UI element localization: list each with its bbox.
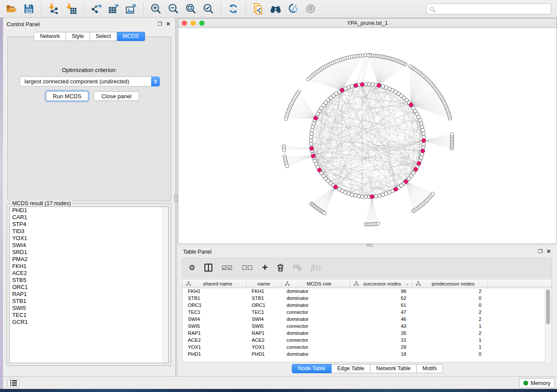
memory-button[interactable]: Memory: [519, 378, 555, 388]
mcds-result-item[interactable]: RAP1: [10, 291, 168, 298]
cell-predecessor-nodes[interactable]: 2: [412, 309, 488, 316]
mcds-result-item[interactable]: ACE2: [10, 270, 168, 277]
task-history-button[interactable]: [7, 379, 19, 387]
add-column-icon[interactable]: +: [262, 264, 268, 271]
network-window-titlebar[interactable]: YPA_prune.txt_1: [178, 19, 557, 28]
close-panel-icon[interactable]: ✕: [166, 21, 170, 27]
cell-name[interactable]: PHD1: [246, 351, 281, 358]
mcds-result-item[interactable]: SWI4: [10, 242, 168, 249]
column-header-name[interactable]: name: [246, 279, 281, 288]
tab-node-table[interactable]: Node Table: [292, 364, 332, 373]
search-box[interactable]: [426, 3, 551, 14]
deselect-all-icon[interactable]: ☐☐: [242, 265, 253, 271]
cell-shared-name[interactable]: ORC1: [183, 302, 246, 309]
hide-annotations-button[interactable]: [286, 2, 301, 16]
cell-shared-name[interactable]: PHD1: [183, 351, 246, 358]
cell-name[interactable]: STB1: [246, 295, 281, 302]
cell-predecessor-nodes[interactable]: 1: [412, 337, 488, 344]
float-panel-icon[interactable]: ❐: [538, 248, 543, 254]
tab-motifs[interactable]: Motifs: [417, 364, 443, 373]
cell-MCDS-role[interactable]: dominator: [281, 330, 350, 337]
float-panel-icon[interactable]: ❐: [157, 21, 162, 27]
cell-successor-nodes[interactable]: 46: [350, 316, 412, 323]
close-panel-button[interactable]: Close panel: [93, 91, 139, 101]
cell-shared-name[interactable]: ACE2: [183, 337, 246, 344]
mcds-result-item[interactable]: SRD1: [10, 249, 168, 256]
result-list-scrollbar[interactable]: [163, 207, 168, 363]
table-row[interactable]: YOX1YOX1connector291: [183, 344, 551, 351]
cell-shared-name[interactable]: YOX1: [183, 344, 246, 351]
cell-predecessor-nodes[interactable]: 0: [412, 302, 488, 309]
table-row[interactable]: ORC1ORC1dominator610: [183, 302, 551, 309]
cell-successor-nodes[interactable]: 31: [350, 337, 412, 344]
cell-predecessor-nodes[interactable]: 2: [412, 330, 488, 337]
zoom-fit-button[interactable]: [183, 2, 198, 16]
cell-MCDS-role[interactable]: dominator: [281, 302, 350, 309]
cell-successor-nodes[interactable]: 47: [350, 309, 412, 316]
mcds-result-item[interactable]: YOX1: [10, 235, 168, 242]
cell-name[interactable]: YOX1: [246, 344, 281, 351]
close-panel-icon[interactable]: ✕: [547, 248, 551, 254]
cell-shared-name[interactable]: SWI5: [183, 323, 246, 330]
export-network-button[interactable]: [89, 2, 104, 16]
table-row[interactable]: TEC1TEC1connector472: [183, 309, 551, 316]
mcds-result-item[interactable]: TEC1: [10, 312, 168, 319]
mcds-result-item[interactable]: STB1: [10, 298, 168, 305]
cell-name[interactable]: TEC1: [246, 309, 281, 316]
run-mcds-button[interactable]: Run MCDS: [46, 91, 88, 101]
cell-name[interactable]: SWI5: [246, 323, 281, 330]
cell-MCDS-role[interactable]: connector: [281, 344, 350, 351]
import-table-button[interactable]: [64, 2, 79, 16]
mcds-result-item[interactable]: TID3: [10, 228, 168, 235]
cell-MCDS-role[interactable]: connector: [281, 309, 350, 316]
search-input[interactable]: [434, 5, 551, 14]
table-scrollbar-thumb[interactable]: [546, 289, 550, 324]
mcds-result-item[interactable]: SWI5: [10, 305, 168, 312]
cell-MCDS-role[interactable]: connector: [281, 337, 350, 344]
open-file-button[interactable]: [4, 2, 19, 16]
cell-successor-nodes[interactable]: 18: [350, 351, 412, 358]
mcds-result-item[interactable]: ORC1: [10, 284, 168, 291]
clone-network-button[interactable]: [251, 2, 266, 16]
node-table[interactable]: shared namenameMCDS rolesuccessor nodes⌄…: [182, 279, 552, 362]
cell-successor-nodes[interactable]: 96: [350, 288, 412, 295]
tab-style[interactable]: Style: [66, 32, 90, 41]
cell-name[interactable]: RAP1: [246, 330, 281, 337]
tab-edge-table[interactable]: Edge Table: [332, 364, 370, 373]
zoom-selected-button[interactable]: [201, 2, 216, 16]
cell-predecessor-nodes[interactable]: 1: [412, 344, 488, 351]
cell-MCDS-role[interactable]: dominator: [281, 288, 350, 295]
cell-predecessor-nodes[interactable]: 2: [412, 316, 488, 323]
table-row[interactable]: SWI5SWI5connector431: [183, 323, 551, 330]
cell-predecessor-nodes[interactable]: 2: [412, 288, 488, 295]
cell-MCDS-role[interactable]: connector: [281, 323, 350, 330]
export-table-button[interactable]: [106, 2, 121, 16]
cell-MCDS-role[interactable]: dominator: [281, 351, 350, 358]
cell-name[interactable]: SWI4: [246, 316, 281, 323]
mcds-result-item[interactable]: GCR1: [10, 319, 168, 326]
column-header-shared-name[interactable]: shared name: [183, 279, 246, 288]
cell-shared-name[interactable]: TEC1: [183, 309, 246, 316]
table-row[interactable]: SWI4SWI4dominator462: [183, 316, 551, 323]
table-row[interactable]: PHD1PHD1dominator180: [183, 351, 551, 358]
cell-name[interactable]: ORC1: [246, 302, 281, 309]
save-session-button[interactable]: [21, 2, 36, 16]
zoom-out-button[interactable]: [166, 2, 181, 16]
mcds-result-item[interactable]: PMA2: [10, 256, 168, 263]
cell-predecessor-nodes[interactable]: 0: [412, 295, 488, 302]
select-all-icon[interactable]: ☑☑: [221, 265, 232, 271]
tab-network-table[interactable]: Network Table: [370, 364, 417, 373]
sort-chevron-icon[interactable]: ⌄: [406, 281, 409, 286]
cell-shared-name[interactable]: RAP1: [183, 330, 246, 337]
mcds-result-item[interactable]: CAR1: [10, 214, 168, 221]
cell-successor-nodes[interactable]: 62: [350, 295, 412, 302]
cell-name[interactable]: FKH1: [246, 288, 281, 295]
mcds-result-item[interactable]: STP4: [10, 221, 168, 228]
delete-column-icon[interactable]: [277, 264, 284, 272]
column-header-predecessor-nodes[interactable]: predecessor nodes: [412, 279, 488, 288]
search-network-button[interactable]: [268, 2, 283, 16]
export-image-button[interactable]: [124, 2, 138, 16]
cell-shared-name[interactable]: FKH1: [183, 288, 246, 295]
zoom-in-button[interactable]: [149, 2, 163, 16]
tab-mcds[interactable]: MCDS: [117, 32, 145, 41]
